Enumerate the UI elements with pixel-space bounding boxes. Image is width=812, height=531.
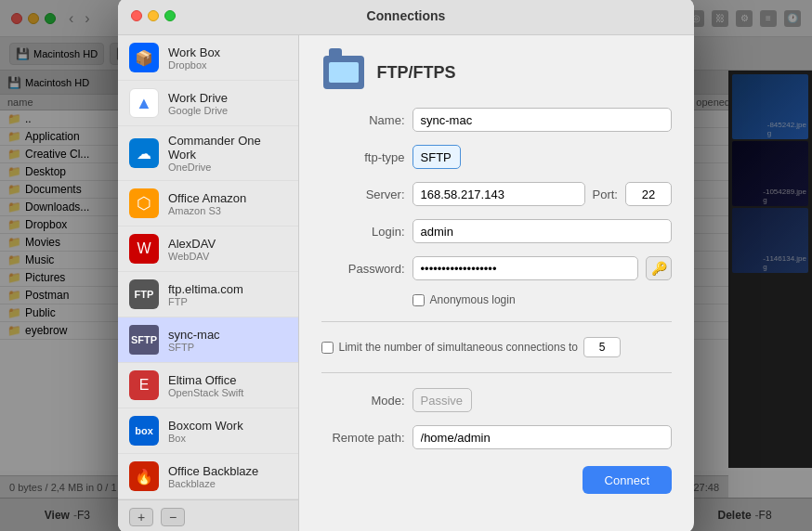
conn-sub-eltimaoffice: OpenStack Swift — [168, 387, 243, 398]
ftp-icon-visual — [323, 56, 364, 89]
port-input[interactable] — [625, 182, 672, 206]
conn-sub-ftpeltima: FTP — [168, 296, 243, 307]
connection-form-panel: FTP/FTPS Name: ftp-type FTP FTPS SFTP — [299, 35, 694, 531]
name-row: Name: — [321, 108, 672, 132]
conn-name-officebackblaze: Office Backblaze — [168, 464, 258, 478]
conn-name-commanderone: Commander One Work — [168, 134, 287, 162]
ftp-type-label: ftp-type — [321, 150, 405, 164]
connection-item-eltimaoffice[interactable]: E Eltima Office OpenStack Swift — [118, 363, 298, 408]
conn-name-syncmac: sync-mac — [168, 328, 220, 342]
dropbox-icon: 📦 — [129, 43, 159, 72]
conn-sub-commanderone: OneDrive — [168, 162, 287, 173]
modal-maximize-button[interactable] — [164, 10, 176, 21]
connection-item-officeamazon[interactable]: ⬡ Office Amazon Amazon S3 — [118, 181, 298, 227]
conn-sub-alexdav: WebDAV — [168, 251, 216, 262]
sidebar-footer: + − — [118, 499, 298, 531]
connection-item-commanderone[interactable]: ☁ Commander One Work OneDrive — [118, 126, 298, 181]
modal-title-bar: Connections — [118, 0, 694, 35]
conn-name-alexdav: AlexDAV — [168, 237, 216, 251]
connection-item-syncmac[interactable]: SFTP sync-mac SFTP — [118, 317, 298, 363]
name-label: Name: — [321, 113, 405, 127]
conn-sub-boxcomwork: Box — [168, 433, 243, 444]
name-input[interactable] — [413, 108, 672, 132]
password-label: Password: — [321, 262, 405, 276]
conn-sub-officebackblaze: Backblaze — [168, 478, 258, 489]
remote-path-input[interactable] — [413, 425, 672, 449]
s3-icon: ⬡ — [129, 188, 159, 218]
password-row: Password: 🔑 — [321, 256, 672, 280]
modal-overlay: Connections 📦 Work Box Dropbox ▲ — [0, 0, 812, 531]
conn-sub-officeamazon: Amazon S3 — [168, 205, 246, 216]
ftp-type-select[interactable]: FTP FTPS SFTP — [413, 145, 461, 169]
ftp-icon: FTP — [129, 279, 159, 309]
conn-name-workbox: Work Box — [168, 45, 220, 59]
panel-header: FTP/FTPS — [321, 54, 672, 91]
conn-name-boxcomwork: Boxcom Work — [168, 419, 243, 433]
anonymous-row: Anonymous login — [321, 293, 672, 306]
mode-row: Mode: Passive Active — [321, 388, 672, 412]
server-input[interactable] — [413, 182, 585, 206]
remote-path-row: Remote path: — [321, 425, 672, 449]
ftp-computer-icon — [321, 54, 366, 91]
box-icon: box — [129, 416, 159, 446]
connections-sidebar: 📦 Work Box Dropbox ▲ Work Drive Google D… — [118, 35, 299, 531]
mode-select-wrapper: Passive Active — [413, 388, 672, 412]
connect-button[interactable]: Connect — [583, 466, 672, 494]
divider-1 — [321, 321, 672, 322]
panel-title: FTP/FTPS — [377, 63, 456, 83]
login-row: Login: — [321, 219, 672, 243]
port-label: Port: — [593, 188, 618, 201]
password-input[interactable] — [413, 256, 638, 280]
connections-modal: Connections 📦 Work Box Dropbox ▲ — [118, 0, 694, 531]
onedrive-icon: ☁ — [129, 138, 159, 168]
limit-row: Limit the number of simultaneous connect… — [321, 337, 672, 357]
conn-name-officeamazon: Office Amazon — [168, 191, 246, 205]
server-row: Server: Port: — [321, 182, 672, 206]
backblaze-icon: 🔥 — [129, 461, 159, 491]
limit-label: Limit the number of simultaneous connect… — [339, 341, 578, 354]
webdav-icon: W — [129, 234, 159, 264]
sftp-icon: SFTP — [129, 325, 159, 355]
add-connection-button[interactable]: + — [129, 508, 153, 526]
mode-label: Mode: — [321, 394, 405, 408]
conn-sub-workbox: Dropbox — [168, 59, 220, 71]
conn-name-eltimaoffice: Eltima Office — [168, 373, 243, 387]
ftp-type-select-wrapper: FTP FTPS SFTP — [413, 145, 672, 169]
ftp-icon-screen — [329, 62, 359, 83]
conn-sub-workdrive: Google Drive — [168, 105, 228, 116]
login-label: Login: — [321, 225, 405, 239]
remote-path-label: Remote path: — [321, 431, 405, 445]
limit-checkbox[interactable] — [321, 342, 334, 354]
connection-item-officebackblaze[interactable]: 🔥 Office Backblaze Backblaze — [118, 454, 298, 499]
anonymous-checkbox[interactable] — [413, 294, 425, 306]
modal-title: Connections — [367, 8, 446, 23]
connection-item-alexdav[interactable]: W AlexDAV WebDAV — [118, 227, 298, 272]
limit-input[interactable] — [583, 337, 621, 357]
modal-body: 📦 Work Box Dropbox ▲ Work Drive Google D… — [118, 35, 694, 531]
connection-item-workbox[interactable]: 📦 Work Box Dropbox — [118, 35, 298, 81]
connection-item-ftpeltima[interactable]: FTP ftp.eltima.com FTP — [118, 272, 298, 317]
conn-name-workdrive: Work Drive — [168, 91, 228, 105]
modal-traffic-lights — [131, 10, 176, 21]
divider-2 — [321, 372, 672, 373]
eltima-icon: E — [129, 370, 159, 400]
mode-select[interactable]: Passive Active — [413, 388, 472, 412]
gdrive-icon: ▲ — [129, 88, 159, 118]
login-input[interactable] — [413, 219, 672, 243]
key-button[interactable]: 🔑 — [646, 256, 672, 280]
anonymous-label: Anonymous login — [430, 293, 516, 306]
modal-close-button[interactable] — [131, 10, 142, 21]
connection-item-workdrive[interactable]: ▲ Work Drive Google Drive — [118, 81, 298, 126]
ftp-type-row: ftp-type FTP FTPS SFTP — [321, 145, 672, 169]
server-label: Server: — [321, 188, 405, 201]
conn-sub-syncmac: SFTP — [168, 342, 220, 353]
connection-item-boxcomwork[interactable]: box Boxcom Work Box — [118, 408, 298, 454]
conn-name-ftpeltima: ftp.eltima.com — [168, 282, 243, 296]
modal-minimize-button[interactable] — [148, 10, 159, 21]
remove-connection-button[interactable]: − — [161, 508, 185, 526]
